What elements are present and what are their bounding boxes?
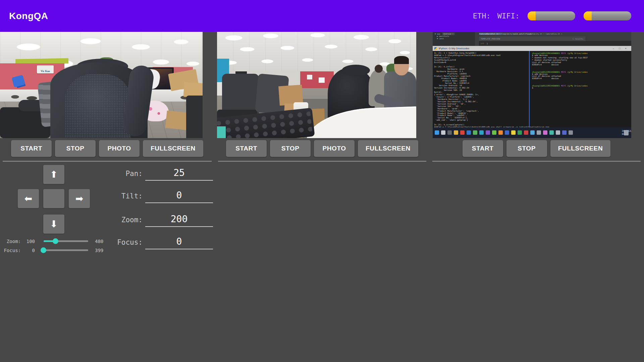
focus-field-label: Focus:	[113, 238, 143, 246]
zoom-slider-thumb[interactable]	[53, 238, 58, 244]
connection-status: ETH: WIFI:	[473, 11, 631, 20]
fullscreen-button[interactable]: FULLSCREEN	[358, 140, 418, 157]
kongqa-app: KongQA ETH: WIFI: Vic Kao	[0, 0, 644, 362]
wifi-label: WIFI:	[497, 12, 520, 20]
app-title: KongQA	[9, 11, 48, 21]
pan-input[interactable]: 25	[145, 167, 213, 178]
pane-divider	[529, 51, 530, 127]
ide-tabs-right: Kong.kt × build.gradle (app) ×	[501, 33, 535, 35]
camera-1-controls: START STOP PHOTO FULLSCREEN	[3, 140, 212, 157]
ide-search-bar: TEMPLATE_PREVIEW 1 results	[479, 37, 585, 41]
shell-env: MSYS	[561, 52, 566, 54]
focus-slider-label: Focus:	[1, 248, 21, 253]
zoom-input-underline	[145, 226, 213, 227]
person-right-head	[394, 56, 409, 75]
pan-down-button[interactable]: ⬇	[43, 215, 64, 234]
eth-signal-bar	[528, 11, 575, 20]
zoom-slider-min: 100	[20, 239, 35, 244]
ide-device-dropdown: Android ▾	[442, 33, 455, 35]
tilt-input[interactable]: 0	[145, 190, 213, 201]
shell-block: zhuang11@652289346NB001 MSYS /g/My Drive…	[532, 52, 630, 66]
camera-feed-2	[217, 32, 416, 138]
focus-slider-track[interactable]	[44, 249, 88, 251]
right-arrow-icon: ➡	[75, 193, 83, 204]
panel-divider	[3, 161, 212, 162]
stop-button[interactable]: STOP	[270, 140, 311, 157]
pan-right-button[interactable]: ➡	[69, 189, 90, 208]
panel-divider	[432, 161, 641, 162]
ide-line-number: 160	[479, 42, 487, 45]
cardboard-box	[165, 111, 189, 130]
eth-signal-fill	[528, 11, 536, 20]
zoom-slider-track[interactable]	[44, 240, 88, 242]
zoom-slider-max: 480	[95, 239, 110, 244]
focus-field-row: Focus: 0	[113, 236, 214, 249]
eth-label: ETH:	[473, 12, 491, 20]
teal-object	[217, 126, 226, 138]
wifi-signal-fill	[584, 11, 592, 20]
focus-slider-thumb[interactable]	[41, 247, 46, 253]
taskbar-icons	[435, 130, 573, 135]
wifi-signal-bar	[584, 11, 631, 20]
photo-button[interactable]: PHOTO	[99, 140, 140, 157]
tilt-input-underline	[145, 202, 213, 203]
camera-3-controls: START STOP FULLSCREEN	[432, 140, 641, 157]
focus-input-underline	[145, 249, 213, 249]
down-arrow-icon: ⬇	[50, 219, 58, 230]
camera-feed-3: ▼ app ▶ manifests ▼ java Android ▾ Andro…	[433, 32, 631, 138]
focus-input[interactable]: 0	[145, 236, 213, 247]
name-sign: Vic Kao	[37, 65, 54, 73]
ide-file-tabs: AndroidManifest.xml × activity_main.xml …	[479, 33, 630, 35]
photo-button[interactable]: PHOTO	[314, 140, 355, 157]
shell-path: /g/My Drive/codes	[567, 52, 588, 54]
camera-feed-1: Vic Kao	[0, 32, 203, 138]
shell-pane: zhuang11@652289346NB001 MSYS /g/My Drive…	[532, 52, 630, 94]
pan-input-underline	[145, 180, 213, 181]
zoom-field-label: Zoom:	[113, 216, 143, 224]
shell-env: MSYS	[561, 71, 566, 73]
focus-slider-max: 399	[95, 248, 110, 253]
name-sign-text: Vic Kao	[41, 70, 50, 73]
ide-editor-line: 160}	[479, 41, 631, 46]
console-window-titlebar: IPython: G:\My Drive\codes – □ ×	[433, 46, 631, 51]
zoom-field-row: Zoom: 200	[113, 214, 214, 227]
shell-output: $ adb devices * daemon not running; star…	[532, 54, 630, 66]
pan-up-button[interactable]: ⬆	[43, 165, 64, 184]
shell-path: /g/My Drive/codes	[567, 71, 588, 73]
start-button[interactable]: START	[463, 140, 503, 157]
tilt-field-label: Tilt:	[113, 192, 143, 200]
jacket-on-chair	[50, 63, 148, 138]
ide-search-text: TEMPLATE_PREVIEW	[481, 37, 500, 41]
shell-output: $	[532, 87, 630, 89]
up-arrow-icon: ⬆	[50, 169, 58, 180]
stop-button[interactable]: STOP	[506, 140, 547, 157]
zoom-input[interactable]: 200	[145, 214, 213, 225]
shell-env: MSYS	[561, 84, 566, 87]
pan-left-button[interactable]: ⬅	[18, 189, 39, 208]
shell-output: $ adb devices List of devices attached 9…	[532, 73, 630, 80]
python-icon	[434, 47, 437, 50]
panel-divider	[218, 161, 426, 162]
tilt-field-row: Tilt: 0	[113, 190, 214, 203]
ide-code-text: }	[487, 41, 488, 46]
fullscreen-button[interactable]: FULLSCREEN	[550, 140, 611, 157]
pan-field-label: Pan:	[113, 170, 143, 178]
focus-slider-min: 0	[20, 248, 35, 253]
start-button[interactable]: START	[11, 140, 52, 157]
shell-user: zhuang11@652289346NB001	[532, 84, 560, 87]
left-arrow-icon: ⬅	[24, 193, 32, 204]
fullscreen-button[interactable]: FULLSCREEN	[143, 140, 203, 157]
window-control-icons: – □ ×	[613, 46, 629, 51]
zoom-slider-label: Zoom:	[1, 239, 21, 244]
show-desktop-icon	[624, 130, 629, 135]
ide-toolbar: ▼ app ▶ manifests ▼ java Android ▾ Andro…	[433, 32, 631, 46]
office-chair-right	[186, 96, 203, 138]
pad-center-button[interactable]	[43, 189, 64, 208]
app-header: KongQA ETH: WIFI:	[0, 0, 644, 32]
shell-block: zhuang11@652289346NB001 MSYS /g/My Drive…	[532, 84, 630, 89]
stop-button[interactable]: STOP	[55, 140, 96, 157]
ide-search-results: 1 results	[572, 37, 583, 41]
start-button[interactable]: START	[226, 140, 267, 157]
pan-field-row: Pan: 25	[113, 167, 214, 181]
console-window-title: IPython: G:\My Drive\codes	[439, 46, 469, 51]
